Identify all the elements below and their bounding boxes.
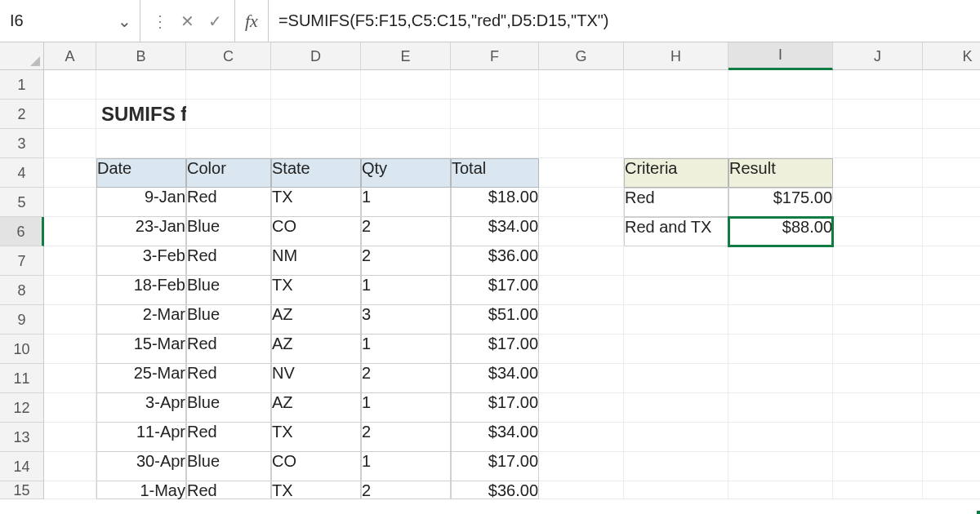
- col-head-I[interactable]: I: [728, 42, 833, 70]
- cell-H8[interactable]: [624, 276, 728, 305]
- cell-G11[interactable]: [539, 364, 624, 393]
- cell-J7[interactable]: [833, 246, 923, 276]
- cell-D2[interactable]: [271, 100, 361, 129]
- cell-J8[interactable]: [833, 276, 923, 305]
- table-row[interactable]: 3: [361, 305, 451, 335]
- table-header-state[interactable]: State: [271, 158, 361, 188]
- table-row[interactable]: 18-Feb: [96, 276, 186, 305]
- table-row[interactable]: Blue: [186, 452, 271, 481]
- cell-G5[interactable]: [539, 188, 624, 217]
- cell-A2[interactable]: [44, 100, 96, 129]
- cell-J3[interactable]: [833, 129, 923, 158]
- row-head-1[interactable]: 1: [0, 70, 44, 100]
- cell-A11[interactable]: [44, 364, 96, 393]
- cell-H12[interactable]: [624, 393, 728, 423]
- table-row[interactable]: 2: [361, 246, 451, 276]
- col-head-H[interactable]: H: [624, 42, 728, 70]
- cell-K7[interactable]: [923, 246, 980, 276]
- enter-icon[interactable]: ✓: [207, 11, 223, 31]
- table-row[interactable]: 11-Apr: [96, 423, 186, 452]
- cell-G8[interactable]: [539, 276, 624, 305]
- results-header-result[interactable]: Result: [728, 158, 833, 188]
- table-row[interactable]: $51.00: [451, 305, 539, 335]
- table-row[interactable]: 2: [361, 364, 451, 393]
- cancel-icon[interactable]: ✕: [179, 11, 195, 31]
- cell-G10[interactable]: [539, 335, 624, 364]
- cell-G1[interactable]: [539, 70, 624, 100]
- cell-K10[interactable]: [923, 335, 980, 364]
- cell-I3[interactable]: [728, 129, 833, 158]
- cell-K14[interactable]: [923, 452, 980, 481]
- table-row[interactable]: Blue: [186, 305, 271, 335]
- row-head-6[interactable]: 6: [0, 217, 44, 246]
- table-row[interactable]: $17.00: [451, 452, 539, 481]
- cell-I1[interactable]: [728, 70, 833, 100]
- cell-A13[interactable]: [44, 423, 96, 452]
- table-row[interactable]: CO: [271, 452, 361, 481]
- cell-G12[interactable]: [539, 393, 624, 423]
- col-head-J[interactable]: J: [833, 42, 923, 70]
- table-row[interactable]: Red: [186, 188, 271, 217]
- cell-G2[interactable]: [539, 100, 624, 129]
- table-header-date[interactable]: Date: [96, 158, 186, 188]
- cell-K3[interactable]: [923, 129, 980, 158]
- cell-I7[interactable]: [728, 246, 833, 276]
- select-all-corner[interactable]: [0, 42, 44, 70]
- table-row[interactable]: TX: [271, 188, 361, 217]
- table-row[interactable]: Red: [186, 364, 271, 393]
- row-head-5[interactable]: 5: [0, 188, 44, 217]
- cell-K12[interactable]: [923, 393, 980, 423]
- cell-A14[interactable]: [44, 452, 96, 481]
- table-row[interactable]: 2: [361, 423, 451, 452]
- table-row[interactable]: 1: [361, 452, 451, 481]
- cell-H14[interactable]: [624, 452, 728, 481]
- cell-A5[interactable]: [44, 188, 96, 217]
- formula-input[interactable]: =SUMIFS(F5:F15,C5:C15,"red",D5:D15,"TX"): [269, 0, 980, 42]
- cell-C1[interactable]: [186, 70, 271, 100]
- row-head-13[interactable]: 13: [0, 423, 44, 452]
- cell-K15[interactable]: [923, 481, 980, 499]
- table-row[interactable]: $34.00: [451, 217, 539, 246]
- cell-B1[interactable]: [96, 70, 186, 100]
- table-row[interactable]: $36.00: [451, 481, 539, 499]
- col-head-C[interactable]: C: [186, 42, 271, 70]
- page-title[interactable]: SUMIFS function: [96, 100, 186, 129]
- table-row[interactable]: 9-Jan: [96, 188, 186, 217]
- table-row[interactable]: Blue: [186, 276, 271, 305]
- results-criteria[interactable]: Red and TX: [624, 217, 728, 246]
- cell-K1[interactable]: [923, 70, 980, 100]
- table-row[interactable]: 23-Jan: [96, 217, 186, 246]
- cell-H3[interactable]: [624, 129, 728, 158]
- cell-I11[interactable]: [728, 364, 833, 393]
- cell-A4[interactable]: [44, 158, 96, 188]
- cell-J12[interactable]: [833, 393, 923, 423]
- cell-I14[interactable]: [728, 452, 833, 481]
- cell-J1[interactable]: [833, 70, 923, 100]
- cell-E3[interactable]: [361, 129, 451, 158]
- cell-I9[interactable]: [728, 305, 833, 335]
- results-header-criteria[interactable]: Criteria: [624, 158, 728, 188]
- cell-A7[interactable]: [44, 246, 96, 276]
- cell-I8[interactable]: [728, 276, 833, 305]
- cell-K6[interactable]: [923, 217, 980, 246]
- table-row[interactable]: AZ: [271, 305, 361, 335]
- cell-H2[interactable]: [624, 100, 728, 129]
- cell-K11[interactable]: [923, 364, 980, 393]
- row-head-10[interactable]: 10: [0, 335, 44, 364]
- cell-J10[interactable]: [833, 335, 923, 364]
- cell-I2[interactable]: [728, 100, 833, 129]
- cell-F1[interactable]: [451, 70, 539, 100]
- table-row[interactable]: 2: [361, 217, 451, 246]
- col-head-G[interactable]: G: [539, 42, 624, 70]
- row-head-9[interactable]: 9: [0, 305, 44, 335]
- row-head-3[interactable]: 3: [0, 129, 44, 158]
- table-row[interactable]: 2-Mar: [96, 305, 186, 335]
- cell-G14[interactable]: [539, 452, 624, 481]
- cell-J11[interactable]: [833, 364, 923, 393]
- cell-A10[interactable]: [44, 335, 96, 364]
- cell-G9[interactable]: [539, 305, 624, 335]
- cell-H9[interactable]: [624, 305, 728, 335]
- table-row[interactable]: Red: [186, 335, 271, 364]
- cell-E1[interactable]: [361, 70, 451, 100]
- cell-J14[interactable]: [833, 452, 923, 481]
